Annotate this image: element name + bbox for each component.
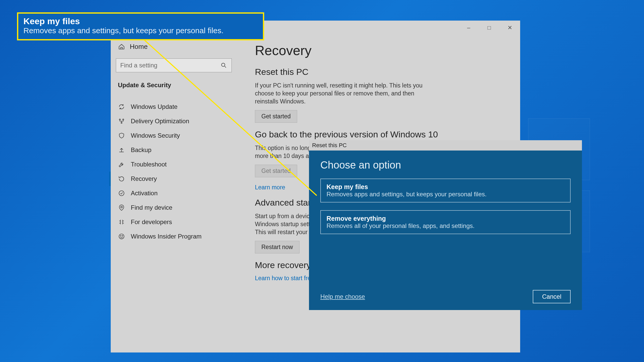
cancel-button[interactable]: Cancel	[533, 290, 571, 303]
sidebar-item-label: Delivery Optimization	[131, 118, 189, 125]
category-label: Update & Security	[118, 82, 232, 89]
help-me-choose-link[interactable]: Help me choose	[320, 293, 365, 300]
dialog-heading: Choose an option	[320, 159, 571, 171]
developer-icon	[118, 218, 125, 226]
sidebar-item-label: Recovery	[131, 175, 157, 182]
sidebar-item-for-developers[interactable]: For developers	[116, 215, 234, 229]
svg-point-7	[120, 236, 121, 236]
svg-point-2	[123, 119, 124, 120]
search-placeholder: Find a setting	[120, 62, 157, 69]
home-link[interactable]: Home	[118, 43, 232, 51]
dialog-titlebar: Reset this PC	[309, 140, 582, 151]
svg-point-8	[122, 236, 123, 236]
option-title: Remove everything	[327, 215, 564, 222]
dialog-titlebar-text: Reset this PC	[312, 142, 347, 149]
sidebar-item-label: Find my device	[131, 204, 172, 211]
sidebar-item-label: Windows Update	[131, 103, 177, 110]
callout-desc: Removes apps and settings, but keeps you…	[23, 26, 258, 35]
svg-point-1	[119, 119, 120, 120]
svg-point-4	[119, 191, 124, 196]
shield-icon	[118, 132, 125, 139]
reset-desc: If your PC isn't running well, resetting…	[255, 82, 435, 105]
option-desc: Removes apps and settings, but keeps you…	[327, 191, 564, 198]
check-icon	[118, 190, 125, 197]
sidebar-item-activation[interactable]: Activation	[116, 186, 234, 200]
recovery-icon	[118, 175, 125, 182]
svg-point-0	[221, 63, 225, 66]
maximize-button[interactable]: □	[479, 21, 500, 35]
restart-now-button[interactable]: Restart now	[255, 241, 299, 253]
svg-point-3	[121, 122, 122, 123]
wrench-icon	[118, 161, 125, 168]
reset-heading: Reset this PC	[255, 67, 510, 77]
minimize-button[interactable]: –	[458, 21, 479, 35]
settings-sidebar: Home Find a setting Update & Security Wi…	[111, 35, 239, 251]
callout-title: Keep my files	[23, 16, 258, 26]
sidebar-item-label: Activation	[131, 190, 158, 197]
option-title: Keep my files	[327, 183, 564, 191]
svg-point-6	[119, 234, 124, 239]
sidebar-item-delivery-optimization[interactable]: Delivery Optimization	[116, 114, 234, 128]
close-button[interactable]: ✕	[500, 21, 520, 35]
goback-heading: Go back to the previous version of Windo…	[255, 129, 510, 139]
home-icon	[118, 43, 125, 50]
sidebar-item-recovery[interactable]: Recovery	[109, 172, 234, 186]
sidebar-item-label: Windows Security	[131, 132, 180, 139]
sidebar-item-label: For developers	[131, 218, 172, 226]
reset-get-started-button[interactable]: Get started	[255, 110, 297, 123]
search-icon	[220, 62, 227, 69]
reset-dialog: Reset this PC Choose an option Keep my f…	[309, 140, 582, 310]
option-keep-my-files[interactable]: Keep my files Removes apps and settings,…	[320, 179, 571, 202]
option-desc: Removes all of your personal files, apps…	[327, 222, 564, 229]
annotation-callout: Keep my files Removes apps and settings,…	[17, 12, 264, 40]
home-label: Home	[130, 43, 148, 51]
sync-icon	[118, 103, 125, 110]
sidebar-item-label: Windows Insider Program	[131, 233, 202, 240]
backup-icon	[118, 146, 125, 154]
insider-icon	[118, 233, 125, 240]
page-title: Recovery	[255, 43, 510, 58]
sidebar-item-windows-security[interactable]: Windows Security	[116, 128, 234, 143]
sidebar-item-find-my-device[interactable]: Find my device	[116, 200, 234, 215]
svg-point-5	[121, 206, 123, 208]
location-icon	[118, 204, 125, 211]
search-input[interactable]: Find a setting	[116, 58, 232, 72]
sidebar-item-troubleshoot[interactable]: Troubleshoot	[116, 157, 234, 172]
option-remove-everything[interactable]: Remove everything Removes all of your pe…	[320, 210, 571, 234]
sidebar-item-backup[interactable]: Backup	[116, 143, 234, 157]
sidebar-item-insider[interactable]: Windows Insider Program	[116, 229, 234, 244]
goback-get-started-button: Get started	[255, 165, 297, 177]
sidebar-item-windows-update[interactable]: Windows Update	[116, 100, 234, 114]
delivery-icon	[118, 118, 125, 125]
sidebar-item-label: Backup	[131, 146, 151, 154]
sidebar-item-label: Troubleshoot	[131, 161, 167, 168]
